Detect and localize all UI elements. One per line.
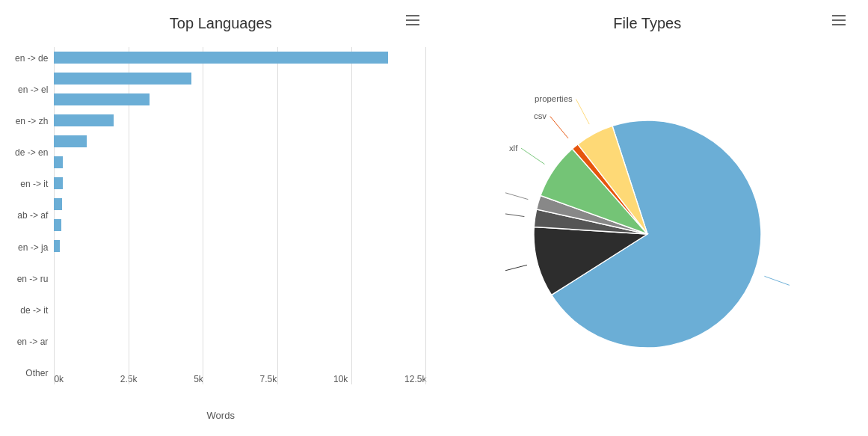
bar-row	[54, 110, 426, 131]
bar-row	[54, 173, 426, 194]
bar-row	[54, 68, 426, 89]
bar-label: en -> ar	[15, 331, 48, 353]
left-chart-menu-icon[interactable]	[406, 15, 419, 25]
bar-row	[54, 236, 426, 257]
bar	[54, 177, 62, 189]
bar	[54, 219, 61, 231]
right-chart-title: File Types	[613, 15, 681, 32]
bar-label: en -> ru	[15, 268, 48, 290]
bar-label: en -> it	[15, 173, 48, 195]
left-chart-panel: Top Languages en -> deen -> elen -> zhde…	[0, 0, 434, 436]
pie-label-text: xlf	[509, 144, 518, 153]
right-chart-panel: File Types xmlxlsxdocxpptxxlfcsvproperti…	[434, 0, 869, 436]
bar	[54, 198, 61, 210]
x-axis-label: 7.5k	[260, 374, 277, 384]
bars-container: 0k2.5k5k7.5k10k12.5k	[54, 47, 426, 407]
pie-label-line	[576, 99, 589, 124]
bar	[54, 240, 60, 252]
x-axis-title: Words	[15, 410, 427, 421]
pie-label-line	[521, 148, 544, 164]
right-chart-menu-icon[interactable]	[832, 15, 846, 25]
pie-label-line	[550, 117, 568, 138]
bar-row	[54, 194, 426, 215]
bar-row	[54, 215, 426, 236]
bar	[54, 135, 87, 147]
x-axis: 0k2.5k5k7.5k10k12.5k	[54, 370, 426, 384]
bar-row	[54, 131, 426, 152]
pie-chart-area: xmlxlsxdocxpptxxlfcsvproperties	[442, 47, 854, 421]
pie-chart-svg: xmlxlsxdocxpptxxlfcsvproperties	[505, 92, 789, 376]
pie-label-text: properties	[535, 94, 573, 103]
bar-row	[54, 47, 426, 68]
left-chart-header: Top Languages	[15, 15, 427, 32]
x-axis-label: 5k	[194, 374, 203, 384]
bar	[54, 52, 387, 64]
bar-label: en -> el	[15, 79, 48, 101]
bar-label: de -> it	[15, 299, 48, 322]
bar-label: en -> zh	[15, 110, 48, 132]
x-axis-label: 12.5k	[404, 374, 426, 384]
x-axis-label: 0k	[54, 374, 64, 384]
pie-label-line	[505, 191, 528, 200]
bar-row	[54, 152, 426, 173]
bar	[54, 114, 114, 126]
bar-label: de -> en	[15, 141, 48, 164]
right-chart-header: File Types	[442, 15, 854, 32]
bar-chart-area: en -> deen -> elen -> zhde -> enen -> it…	[15, 47, 427, 421]
pie-label-line	[505, 212, 524, 216]
bar-label: en -> de	[15, 47, 48, 70]
bar-row	[54, 89, 426, 110]
bar-label: ab -> af	[15, 204, 48, 227]
x-axis-label: 10k	[333, 374, 348, 384]
pie-label-text: csv	[534, 111, 547, 120]
bar-row	[54, 257, 426, 277]
pie-label-line	[505, 265, 527, 271]
pie-label-line	[764, 276, 789, 286]
bar	[54, 93, 150, 105]
x-axis-label: 2.5k	[120, 374, 138, 384]
bar-labels: en -> deen -> elen -> zhde -> enen -> it…	[15, 47, 54, 407]
bar	[54, 73, 191, 85]
bar-label: Other	[15, 362, 48, 384]
left-chart-title: Top Languages	[170, 15, 272, 32]
bar-label: en -> ja	[15, 236, 48, 259]
bar	[54, 156, 63, 168]
